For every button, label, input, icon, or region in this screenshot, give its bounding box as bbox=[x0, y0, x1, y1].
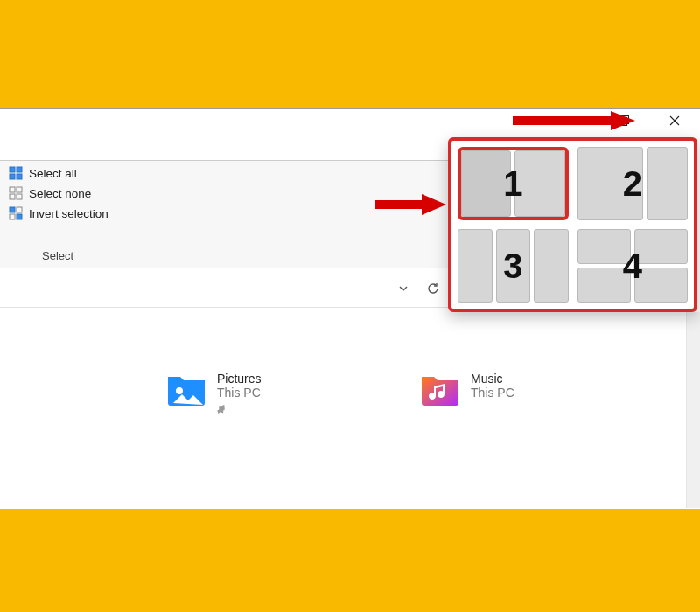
snap-layouts-flyout: 1 2 3 4 bbox=[448, 137, 697, 312]
close-icon bbox=[669, 115, 680, 129]
svg-rect-8 bbox=[10, 187, 15, 192]
snap-layout-option-3[interactable]: 3 bbox=[458, 229, 569, 303]
snap-layout-option-4[interactable]: 4 bbox=[578, 229, 689, 303]
select-none-button[interactable]: Select none bbox=[9, 186, 108, 200]
pictures-folder-icon bbox=[166, 372, 206, 407]
select-group: Select all Select none Invert selection bbox=[9, 166, 108, 220]
folder-name: Music bbox=[471, 372, 514, 386]
svg-rect-15 bbox=[17, 214, 22, 219]
snap-layout-option-1[interactable]: 1 bbox=[458, 147, 569, 220]
folder-name: Pictures bbox=[217, 372, 262, 386]
svg-rect-6 bbox=[10, 174, 15, 179]
svg-rect-7 bbox=[17, 174, 22, 179]
pin-icon bbox=[217, 403, 262, 419]
svg-point-16 bbox=[176, 387, 183, 394]
svg-rect-12 bbox=[10, 207, 15, 212]
quick-access-folders: ments PC Pictures This PC bbox=[0, 372, 595, 419]
svg-rect-11 bbox=[17, 194, 22, 199]
folder-documents[interactable]: ments PC bbox=[0, 372, 118, 419]
svg-rect-14 bbox=[10, 214, 15, 219]
invert-selection-icon bbox=[9, 206, 23, 220]
invert-selection-button[interactable]: Invert selection bbox=[9, 206, 108, 220]
maximize-icon bbox=[619, 115, 629, 129]
refresh-button[interactable] bbox=[427, 282, 439, 298]
select-none-label: Select none bbox=[29, 187, 91, 200]
select-all-icon bbox=[9, 166, 23, 180]
folder-location: This PC bbox=[217, 386, 262, 400]
vertical-scrollbar[interactable] bbox=[686, 312, 700, 508]
select-none-icon bbox=[9, 186, 23, 200]
select-all-button[interactable]: Select all bbox=[9, 166, 108, 180]
folder-music[interactable]: Music This PC bbox=[420, 372, 595, 419]
svg-rect-4 bbox=[10, 167, 15, 172]
folder-location: This PC bbox=[471, 386, 514, 400]
folder-pictures[interactable]: Pictures This PC bbox=[166, 372, 350, 419]
maximize-button[interactable] bbox=[598, 109, 649, 134]
music-folder-icon bbox=[420, 372, 460, 407]
svg-rect-9 bbox=[17, 187, 22, 192]
select-all-label: Select all bbox=[29, 167, 77, 180]
svg-rect-5 bbox=[17, 167, 22, 172]
select-group-label: Select bbox=[42, 249, 74, 262]
title-bar-controls bbox=[598, 109, 700, 134]
svg-rect-1 bbox=[620, 117, 627, 125]
history-dropdown-button[interactable] bbox=[397, 282, 410, 298]
close-button[interactable] bbox=[649, 109, 700, 134]
ribbon-panel: Select all Select none Invert selection … bbox=[0, 160, 464, 268]
svg-rect-10 bbox=[10, 194, 15, 199]
invert-selection-label: Invert selection bbox=[29, 207, 108, 220]
snap-layout-option-2[interactable]: 2 bbox=[578, 147, 689, 220]
chevron-down-icon bbox=[397, 282, 410, 297]
svg-rect-13 bbox=[17, 207, 22, 212]
refresh-icon bbox=[427, 282, 439, 297]
